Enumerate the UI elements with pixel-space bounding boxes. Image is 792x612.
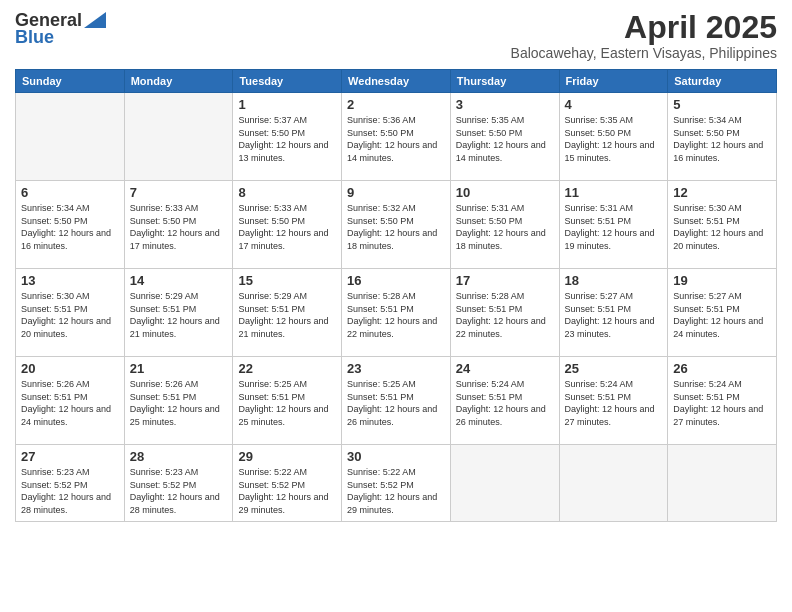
table-row: 27Sunrise: 5:23 AM Sunset: 5:52 PM Dayli… xyxy=(16,445,125,521)
day-number: 10 xyxy=(456,185,554,200)
day-number: 20 xyxy=(21,361,119,376)
day-info: Sunrise: 5:32 AM Sunset: 5:50 PM Dayligh… xyxy=(347,202,445,252)
day-info: Sunrise: 5:34 AM Sunset: 5:50 PM Dayligh… xyxy=(673,114,771,164)
day-info: Sunrise: 5:29 AM Sunset: 5:51 PM Dayligh… xyxy=(238,290,336,340)
day-info: Sunrise: 5:33 AM Sunset: 5:50 PM Dayligh… xyxy=(238,202,336,252)
table-row: 9Sunrise: 5:32 AM Sunset: 5:50 PM Daylig… xyxy=(342,181,451,269)
day-number: 7 xyxy=(130,185,228,200)
table-row xyxy=(16,93,125,181)
calendar-header-row: Sunday Monday Tuesday Wednesday Thursday… xyxy=(16,70,777,93)
table-row: 5Sunrise: 5:34 AM Sunset: 5:50 PM Daylig… xyxy=(668,93,777,181)
col-saturday: Saturday xyxy=(668,70,777,93)
day-number: 27 xyxy=(21,449,119,464)
col-monday: Monday xyxy=(124,70,233,93)
table-row: 7Sunrise: 5:33 AM Sunset: 5:50 PM Daylig… xyxy=(124,181,233,269)
table-row xyxy=(559,445,668,521)
day-number: 18 xyxy=(565,273,663,288)
day-info: Sunrise: 5:34 AM Sunset: 5:50 PM Dayligh… xyxy=(21,202,119,252)
table-row: 20Sunrise: 5:26 AM Sunset: 5:51 PM Dayli… xyxy=(16,357,125,445)
table-row: 17Sunrise: 5:28 AM Sunset: 5:51 PM Dayli… xyxy=(450,269,559,357)
table-row: 6Sunrise: 5:34 AM Sunset: 5:50 PM Daylig… xyxy=(16,181,125,269)
table-row: 26Sunrise: 5:24 AM Sunset: 5:51 PM Dayli… xyxy=(668,357,777,445)
day-info: Sunrise: 5:28 AM Sunset: 5:51 PM Dayligh… xyxy=(347,290,445,340)
table-row: 28Sunrise: 5:23 AM Sunset: 5:52 PM Dayli… xyxy=(124,445,233,521)
day-number: 12 xyxy=(673,185,771,200)
col-sunday: Sunday xyxy=(16,70,125,93)
col-tuesday: Tuesday xyxy=(233,70,342,93)
table-row: 25Sunrise: 5:24 AM Sunset: 5:51 PM Dayli… xyxy=(559,357,668,445)
day-number: 26 xyxy=(673,361,771,376)
page: General Blue April 2025 Balocawehay, Eas… xyxy=(0,0,792,612)
day-number: 1 xyxy=(238,97,336,112)
logo: General Blue xyxy=(15,10,106,48)
day-info: Sunrise: 5:27 AM Sunset: 5:51 PM Dayligh… xyxy=(565,290,663,340)
day-number: 4 xyxy=(565,97,663,112)
table-row: 8Sunrise: 5:33 AM Sunset: 5:50 PM Daylig… xyxy=(233,181,342,269)
day-number: 23 xyxy=(347,361,445,376)
day-number: 30 xyxy=(347,449,445,464)
title-section: April 2025 Balocawehay, Eastern Visayas,… xyxy=(511,10,777,61)
table-row: 4Sunrise: 5:35 AM Sunset: 5:50 PM Daylig… xyxy=(559,93,668,181)
logo-blue-text: Blue xyxy=(15,27,54,48)
month-title: April 2025 xyxy=(511,10,777,45)
day-info: Sunrise: 5:31 AM Sunset: 5:51 PM Dayligh… xyxy=(565,202,663,252)
day-number: 24 xyxy=(456,361,554,376)
table-row: 1Sunrise: 5:37 AM Sunset: 5:50 PM Daylig… xyxy=(233,93,342,181)
table-row xyxy=(668,445,777,521)
calendar-table: Sunday Monday Tuesday Wednesday Thursday… xyxy=(15,69,777,521)
day-info: Sunrise: 5:35 AM Sunset: 5:50 PM Dayligh… xyxy=(456,114,554,164)
day-info: Sunrise: 5:23 AM Sunset: 5:52 PM Dayligh… xyxy=(21,466,119,516)
table-row: 13Sunrise: 5:30 AM Sunset: 5:51 PM Dayli… xyxy=(16,269,125,357)
day-info: Sunrise: 5:26 AM Sunset: 5:51 PM Dayligh… xyxy=(21,378,119,428)
col-wednesday: Wednesday xyxy=(342,70,451,93)
table-row: 14Sunrise: 5:29 AM Sunset: 5:51 PM Dayli… xyxy=(124,269,233,357)
day-info: Sunrise: 5:25 AM Sunset: 5:51 PM Dayligh… xyxy=(238,378,336,428)
day-info: Sunrise: 5:24 AM Sunset: 5:51 PM Dayligh… xyxy=(673,378,771,428)
day-info: Sunrise: 5:26 AM Sunset: 5:51 PM Dayligh… xyxy=(130,378,228,428)
table-row: 12Sunrise: 5:30 AM Sunset: 5:51 PM Dayli… xyxy=(668,181,777,269)
day-info: Sunrise: 5:30 AM Sunset: 5:51 PM Dayligh… xyxy=(673,202,771,252)
logo-icon xyxy=(84,12,106,28)
day-number: 15 xyxy=(238,273,336,288)
table-row: 23Sunrise: 5:25 AM Sunset: 5:51 PM Dayli… xyxy=(342,357,451,445)
day-number: 22 xyxy=(238,361,336,376)
table-row: 21Sunrise: 5:26 AM Sunset: 5:51 PM Dayli… xyxy=(124,357,233,445)
day-info: Sunrise: 5:25 AM Sunset: 5:51 PM Dayligh… xyxy=(347,378,445,428)
table-row: 22Sunrise: 5:25 AM Sunset: 5:51 PM Dayli… xyxy=(233,357,342,445)
day-info: Sunrise: 5:27 AM Sunset: 5:51 PM Dayligh… xyxy=(673,290,771,340)
day-number: 21 xyxy=(130,361,228,376)
day-info: Sunrise: 5:37 AM Sunset: 5:50 PM Dayligh… xyxy=(238,114,336,164)
location-title: Balocawehay, Eastern Visayas, Philippine… xyxy=(511,45,777,61)
table-row xyxy=(450,445,559,521)
table-row: 16Sunrise: 5:28 AM Sunset: 5:51 PM Dayli… xyxy=(342,269,451,357)
day-number: 29 xyxy=(238,449,336,464)
day-info: Sunrise: 5:24 AM Sunset: 5:51 PM Dayligh… xyxy=(565,378,663,428)
day-number: 13 xyxy=(21,273,119,288)
day-info: Sunrise: 5:29 AM Sunset: 5:51 PM Dayligh… xyxy=(130,290,228,340)
svg-marker-0 xyxy=(84,12,106,28)
table-row: 19Sunrise: 5:27 AM Sunset: 5:51 PM Dayli… xyxy=(668,269,777,357)
header: General Blue April 2025 Balocawehay, Eas… xyxy=(15,10,777,61)
day-number: 25 xyxy=(565,361,663,376)
day-number: 16 xyxy=(347,273,445,288)
day-number: 8 xyxy=(238,185,336,200)
table-row: 29Sunrise: 5:22 AM Sunset: 5:52 PM Dayli… xyxy=(233,445,342,521)
col-friday: Friday xyxy=(559,70,668,93)
day-info: Sunrise: 5:28 AM Sunset: 5:51 PM Dayligh… xyxy=(456,290,554,340)
day-info: Sunrise: 5:31 AM Sunset: 5:50 PM Dayligh… xyxy=(456,202,554,252)
table-row xyxy=(124,93,233,181)
day-number: 11 xyxy=(565,185,663,200)
day-number: 28 xyxy=(130,449,228,464)
day-number: 19 xyxy=(673,273,771,288)
table-row: 24Sunrise: 5:24 AM Sunset: 5:51 PM Dayli… xyxy=(450,357,559,445)
table-row: 10Sunrise: 5:31 AM Sunset: 5:50 PM Dayli… xyxy=(450,181,559,269)
day-number: 3 xyxy=(456,97,554,112)
day-number: 14 xyxy=(130,273,228,288)
day-info: Sunrise: 5:22 AM Sunset: 5:52 PM Dayligh… xyxy=(238,466,336,516)
table-row: 30Sunrise: 5:22 AM Sunset: 5:52 PM Dayli… xyxy=(342,445,451,521)
day-number: 6 xyxy=(21,185,119,200)
day-info: Sunrise: 5:33 AM Sunset: 5:50 PM Dayligh… xyxy=(130,202,228,252)
table-row: 15Sunrise: 5:29 AM Sunset: 5:51 PM Dayli… xyxy=(233,269,342,357)
day-info: Sunrise: 5:30 AM Sunset: 5:51 PM Dayligh… xyxy=(21,290,119,340)
day-info: Sunrise: 5:36 AM Sunset: 5:50 PM Dayligh… xyxy=(347,114,445,164)
